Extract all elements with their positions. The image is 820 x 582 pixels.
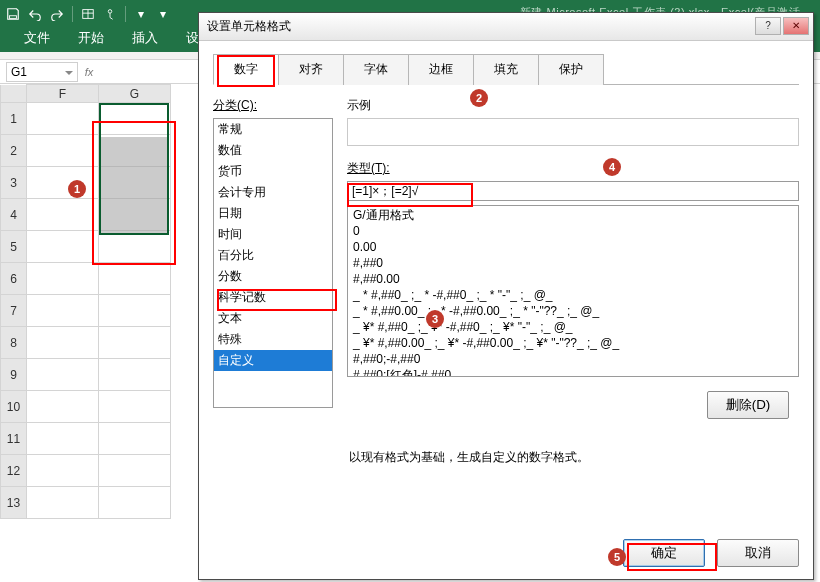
category-item[interactable]: 分数 bbox=[214, 266, 332, 287]
example-label: 示例 bbox=[347, 97, 799, 114]
dialog-title-bar[interactable]: 设置单元格格式 ? ✕ bbox=[199, 13, 813, 41]
cancel-button[interactable]: 取消 bbox=[717, 539, 799, 567]
touch-icon[interactable] bbox=[99, 3, 121, 25]
type-label: 类型(T): bbox=[347, 160, 799, 177]
category-item[interactable]: 数值 bbox=[214, 140, 332, 161]
format-item[interactable]: #,##0;[红色]-#,##0 bbox=[349, 367, 797, 377]
category-label: 分类(C): bbox=[213, 97, 333, 114]
tab-file[interactable]: 文件 bbox=[12, 26, 62, 52]
tab-home[interactable]: 开始 bbox=[66, 26, 116, 52]
type-input-wrap bbox=[347, 181, 799, 201]
category-item[interactable]: 自定义 bbox=[214, 350, 332, 371]
dropdown2-icon[interactable]: ▾ bbox=[152, 3, 174, 25]
category-item[interactable]: 常规 bbox=[214, 119, 332, 140]
example-box bbox=[347, 118, 799, 146]
category-item[interactable]: 货币 bbox=[214, 161, 332, 182]
category-item[interactable]: 时间 bbox=[214, 224, 332, 245]
help-button[interactable]: ? bbox=[755, 17, 781, 35]
category-item[interactable]: 文本 bbox=[214, 308, 332, 329]
format-item[interactable]: 0.00 bbox=[349, 239, 797, 255]
table-icon[interactable] bbox=[77, 3, 99, 25]
category-item[interactable]: 会计专用 bbox=[214, 182, 332, 203]
format-item[interactable]: _ ¥* #,##0.00_ ;_ ¥* -#,##0.00_ ;_ ¥* "-… bbox=[349, 335, 797, 351]
category-item[interactable]: 百分比 bbox=[214, 245, 332, 266]
format-cells-dialog: 设置单元格格式 ? ✕ 数字 对齐 字体 边框 填充 保护 分类(C): 常规数… bbox=[198, 12, 814, 580]
svg-rect-0 bbox=[10, 16, 17, 19]
category-list[interactable]: 常规数值货币会计专用日期时间百分比分数科学记数文本特殊自定义 bbox=[213, 118, 333, 408]
tab-border[interactable]: 边框 bbox=[408, 54, 474, 85]
tab-protect[interactable]: 保护 bbox=[538, 54, 604, 85]
format-item[interactable]: G/通用格式 bbox=[349, 207, 797, 223]
colhead-f[interactable]: F bbox=[27, 85, 99, 103]
category-item[interactable]: 科学记数 bbox=[214, 287, 332, 308]
tab-font[interactable]: 字体 bbox=[343, 54, 409, 85]
format-item[interactable]: #,##0 bbox=[349, 255, 797, 271]
note-text: 以现有格式为基础，生成自定义的数字格式。 bbox=[349, 449, 799, 466]
undo-icon[interactable] bbox=[24, 3, 46, 25]
format-item[interactable]: #,##0;-#,##0 bbox=[349, 351, 797, 367]
tab-number[interactable]: 数字 bbox=[213, 54, 279, 85]
dropdown1-icon[interactable]: ▾ bbox=[130, 3, 152, 25]
delete-button[interactable]: 删除(D) bbox=[707, 391, 789, 419]
dialog-tabs: 数字 对齐 字体 边框 填充 保护 bbox=[213, 53, 799, 85]
colhead-g[interactable]: G bbox=[99, 85, 171, 103]
format-item[interactable]: #,##0.00 bbox=[349, 271, 797, 287]
tab-align[interactable]: 对齐 bbox=[278, 54, 344, 85]
name-box[interactable]: G1 bbox=[6, 62, 78, 82]
category-item[interactable]: 日期 bbox=[214, 203, 332, 224]
redo-icon[interactable] bbox=[46, 3, 68, 25]
tab-fill[interactable]: 填充 bbox=[473, 54, 539, 85]
type-input[interactable] bbox=[352, 184, 794, 198]
ok-button[interactable]: 确定 bbox=[623, 539, 705, 567]
fx-icon[interactable] bbox=[80, 65, 98, 79]
svg-point-2 bbox=[108, 10, 112, 14]
close-button[interactable]: ✕ bbox=[783, 17, 809, 35]
category-item[interactable]: 特殊 bbox=[214, 329, 332, 350]
select-all-corner[interactable] bbox=[1, 85, 27, 103]
format-item[interactable]: _ * #,##0_ ;_ * -#,##0_ ;_ * "-"_ ;_ @_ bbox=[349, 287, 797, 303]
save-icon[interactable] bbox=[2, 3, 24, 25]
dialog-title: 设置单元格格式 bbox=[207, 18, 291, 35]
format-item[interactable]: 0 bbox=[349, 223, 797, 239]
format-item[interactable]: _ ¥* #,##0_ ;_ ¥* -#,##0_ ;_ ¥* "-"_ ;_ … bbox=[349, 319, 797, 335]
formats-list[interactable]: G/通用格式00.00#,##0#,##0.00_ * #,##0_ ;_ * … bbox=[347, 205, 799, 377]
format-item[interactable]: _ * #,##0.00_ ;_ * -#,##0.00_ ;_ * "-"??… bbox=[349, 303, 797, 319]
tab-insert[interactable]: 插入 bbox=[120, 26, 170, 52]
